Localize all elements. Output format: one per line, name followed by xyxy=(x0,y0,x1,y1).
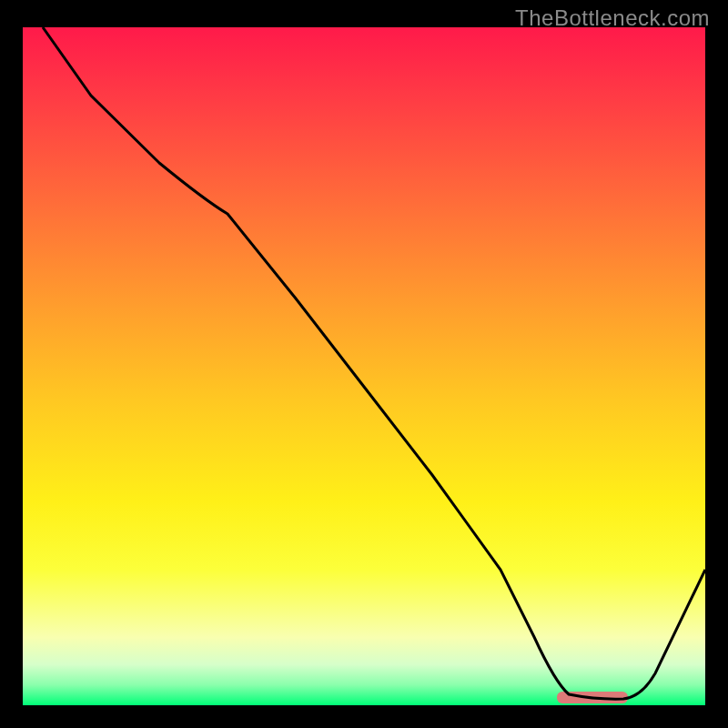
bottleneck-curve xyxy=(23,27,705,705)
plot-area xyxy=(23,27,705,705)
curve-path xyxy=(43,27,705,699)
